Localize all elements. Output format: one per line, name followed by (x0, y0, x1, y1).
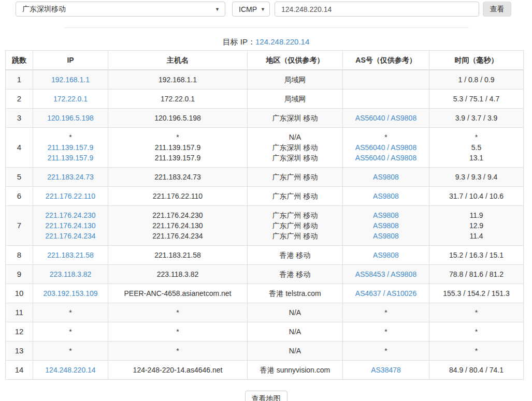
ip-link[interactable]: 192.168.1.1 (51, 76, 90, 84)
hostname-line: * (110, 307, 245, 318)
hostname-cell: 223.118.3.82 (108, 265, 248, 284)
as-link[interactable]: AS56040 (355, 114, 385, 122)
as-link[interactable]: AS9808 (391, 154, 416, 162)
protocol-select[interactable]: ICMP ▼ (232, 2, 270, 17)
query-form: 广东深圳移动 ▼ ICMP ▼ 查看 (0, 0, 532, 19)
ip-link[interactable]: 211.139.157.9 (48, 143, 94, 152)
time-line: 155.3 / 154.2 / 151.3 (432, 288, 521, 299)
hostname-cell: 221.176.24.230221.176.24.130221.176.24.2… (108, 206, 248, 246)
as-link[interactable]: AS58453 (355, 270, 385, 278)
time-cell: 9.3 / 9.3 / 9.4 (429, 168, 524, 187)
hostname-cell: 221.183.24.73 (108, 168, 248, 187)
protocol-select-value: ICMP (239, 5, 257, 13)
time-cell: 155.3 / 154.2 / 151.3 (429, 284, 524, 303)
as-link[interactable]: AS9808 (373, 211, 399, 219)
time-cell: 31.7 / 10.4 / 10.6 (429, 187, 524, 206)
col-header-ip: IP (33, 51, 108, 70)
view-button[interactable]: 查看 (483, 2, 511, 17)
as-link[interactable]: AS9808 (373, 221, 399, 230)
ip-link[interactable]: 221.183.21.58 (47, 251, 94, 259)
as-link[interactable]: AS9808 (391, 114, 416, 122)
region-line: 广东深圳 移动 (250, 142, 340, 153)
asn-cell: * (343, 303, 429, 322)
ip-link[interactable]: 124.248.220.14 (45, 366, 95, 374)
ip-cell: 221.176.24.230221.176.24.130221.176.24.2… (33, 206, 108, 246)
asn-separator: / (385, 270, 391, 278)
ip-cell: * (33, 341, 108, 361)
as-link[interactable]: AS10026 (387, 289, 417, 298)
hop-number: 3 (17, 113, 21, 122)
as-link[interactable]: AS56040 (355, 143, 385, 152)
divider (64, 27, 469, 28)
as-link[interactable]: AS4637 (355, 289, 381, 298)
asn-line: AS9808 (345, 210, 427, 220)
ip-link[interactable]: 172.22.0.1 (53, 95, 88, 103)
ip-cell: 221.176.22.110 (33, 187, 108, 206)
target-ip-input[interactable] (275, 2, 479, 17)
region-cell: 广东深圳 移动 (248, 109, 343, 128)
time-line: 15.2 / 16.3 / 15.1 (432, 250, 521, 260)
view-map-button[interactable]: 查看地图 (245, 391, 287, 401)
region-line: 广东深圳 移动 (250, 113, 340, 123)
ip-link[interactable]: 221.176.24.130 (45, 221, 95, 230)
ip-link[interactable]: 221.176.24.234 (45, 232, 95, 240)
ip-cell: 221.183.21.58 (33, 246, 108, 265)
ip-cell: * (33, 322, 108, 341)
hostname-line: * (110, 326, 245, 337)
time-cell: 15.2 / 16.3 / 15.1 (429, 246, 524, 265)
as-link[interactable]: AS9808 (391, 270, 416, 278)
asn-line: AS4637 / AS10026 (345, 288, 427, 299)
as-link[interactable]: AS9808 (373, 173, 399, 181)
asn-line: AS9808 (345, 172, 427, 182)
ip-line: 221.183.21.58 (35, 250, 106, 260)
node-select[interactable]: 广东深圳移动 ▼ (16, 2, 225, 17)
region-line: 香港 sunnyvision.com (250, 365, 340, 375)
region-line: N/A (250, 132, 340, 142)
hostname-cell: 172.22.0.1 (108, 90, 248, 109)
target-ip-link[interactable]: 124.248.220.14 (255, 37, 309, 46)
region-line: 香港 移动 (250, 250, 340, 260)
asn-line (345, 75, 427, 85)
region-cell: N/A (248, 303, 343, 322)
time-line: 78.8 / 81.6 / 81.2 (432, 269, 521, 279)
hostname-line: 120.196.5.198 (110, 113, 245, 123)
region-cell: 香港 sunnyvision.com (248, 361, 343, 380)
as-link[interactable]: AS56040 (355, 154, 385, 162)
asn-cell: AS38478 (343, 361, 429, 380)
as-link[interactable]: AS9808 (373, 251, 399, 259)
table-row: 1192.168.1.1192.168.1.1局域网 1 / 0.8 / 0.9 (6, 70, 524, 90)
ip-line: 221.176.22.110 (35, 191, 106, 201)
hostname-line: * (110, 132, 245, 142)
ip-line: 120.196.5.198 (35, 113, 106, 123)
ip-link[interactable]: 221.183.24.73 (47, 173, 94, 181)
ip-link[interactable]: 221.176.24.230 (45, 211, 95, 219)
as-link[interactable]: AS9808 (373, 232, 399, 240)
asn-separator: / (381, 289, 387, 298)
asn-line: AS9808 (345, 191, 427, 201)
as-link[interactable]: AS9808 (373, 192, 399, 200)
ip-line: 203.192.153.109 (35, 288, 106, 299)
table-row: 3120.196.5.198120.196.5.198广东深圳 移动AS5604… (6, 109, 524, 128)
region-line: 局域网 (250, 94, 340, 104)
ip-cell: 172.22.0.1 (33, 90, 108, 109)
time-cell: 5.3 / 75.1 / 4.7 (429, 90, 524, 109)
time-line: * (432, 307, 521, 318)
ip-link[interactable]: 203.192.153.109 (43, 289, 97, 298)
time-line: 3.9 / 3.7 / 3.9 (432, 113, 521, 123)
table-row: 4*211.139.157.9211.139.157.9*211.139.157… (6, 128, 524, 168)
hop-number-cell: 2 (6, 90, 33, 109)
region-line: 香港 移动 (250, 269, 340, 279)
hostname-cell: * (108, 303, 248, 322)
asn-line: AS9808 (345, 220, 427, 231)
asn-cell: AS9808 (343, 187, 429, 206)
ip-link[interactable]: 120.196.5.198 (47, 114, 94, 122)
ip-line: 211.139.157.9 (35, 153, 106, 163)
as-link[interactable]: AS38478 (371, 366, 401, 374)
ip-link[interactable]: 211.139.157.9 (48, 154, 94, 162)
time-cell: 11.912.911.4 (429, 206, 524, 246)
as-link[interactable]: AS9808 (391, 143, 416, 152)
hop-number-cell: 7 (6, 206, 33, 246)
ip-link[interactable]: 221.176.22.110 (46, 192, 95, 200)
ip-link[interactable]: 223.118.3.82 (50, 270, 92, 278)
hop-number-cell: 13 (6, 341, 33, 361)
